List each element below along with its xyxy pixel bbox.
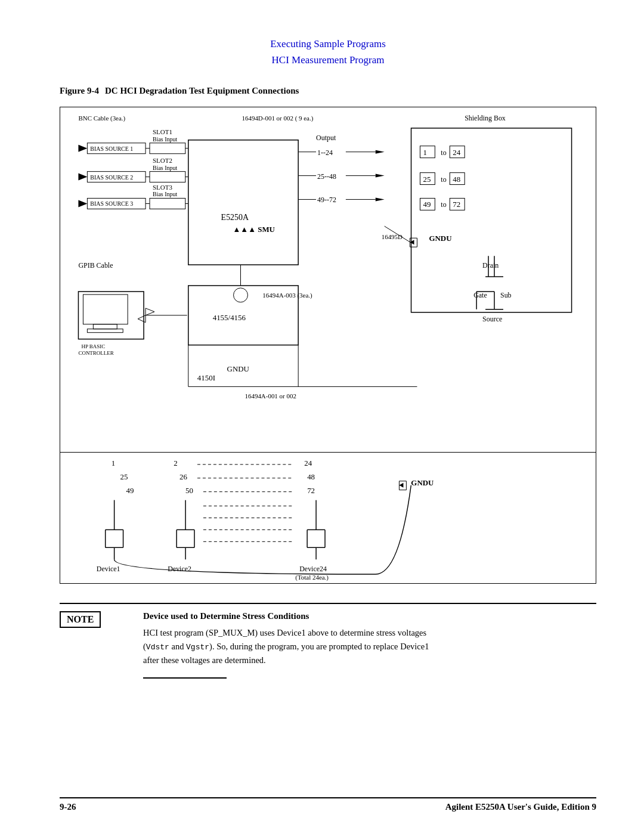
hp-basic-label1: HP BASIC xyxy=(81,343,105,349)
note-code-vgstr: Vgstr xyxy=(186,643,209,652)
output-range1: 1--24 xyxy=(317,148,333,157)
bias-source2-arrow xyxy=(78,174,87,181)
cable-model-label: 16494D-001 or 002 ( 9 ea.) xyxy=(242,114,314,122)
shield-range1-num2: 24 xyxy=(453,148,460,157)
shield-range3-num1: 49 xyxy=(423,200,431,209)
gndu-panel-label: GNDU xyxy=(411,478,434,487)
instrument-4150i-label: 4150I xyxy=(197,374,215,383)
ch-num-1: 1 xyxy=(112,459,115,467)
note-content: Device used to Determine Stress Conditio… xyxy=(143,604,596,679)
bias-source3-arrow xyxy=(78,200,87,208)
cable-16495d-label: 16495D xyxy=(382,234,402,241)
shielding-box-label: Shielding Box xyxy=(465,114,506,122)
ch-num-48: 48 xyxy=(307,472,315,481)
slot2-label: SLOT2 xyxy=(153,157,172,164)
cable-16494a-label: 16494A-001 or 002 xyxy=(244,393,296,400)
drain-label: Drain xyxy=(482,261,499,270)
svg-rect-36 xyxy=(83,295,128,324)
slot3-bias-label: Bias Input xyxy=(153,191,177,198)
note-title: Device used to Determine Stress Conditio… xyxy=(143,611,596,621)
svg-marker-47 xyxy=(399,483,403,488)
ch-num-50: 50 xyxy=(185,486,193,495)
page-footer: 9-26 Agilent E5250A User's Guide, Editio… xyxy=(60,797,596,812)
ch-num-26: 26 xyxy=(179,472,187,481)
main-diagram: BNC Cable (3ea.) SLOT1 Bias Input SLOT2 … xyxy=(60,107,596,453)
svg-rect-35 xyxy=(78,292,144,339)
figure-title: Figure 9-4 DC HCI Degradation Test Equip… xyxy=(60,86,596,96)
gate-label: Gate xyxy=(473,291,487,299)
device24-total-label: (Total 24ea.) xyxy=(295,574,329,581)
bias-source1-label: BIAS SOURCE 1 xyxy=(90,145,133,152)
ch-num-49: 49 xyxy=(126,486,134,495)
device2-label: Device2 xyxy=(168,565,191,573)
svg-rect-1 xyxy=(150,172,185,182)
svg-rect-0 xyxy=(150,143,185,154)
note-code-vdstr: Vdstr xyxy=(146,643,169,652)
hp-basic-label2: CONTROLLER xyxy=(78,350,113,356)
gpib-arrow-left xyxy=(138,315,145,323)
e5250a-label: E5250A xyxy=(221,213,249,222)
footer-document-title: Agilent E5250A User's Guide, Edition 9 xyxy=(445,802,596,812)
note-text: HCI test program (SP_MUX_M) uses Device1… xyxy=(143,626,596,667)
footer-page-number: 9-26 xyxy=(60,802,76,812)
link-hci-measurement[interactable]: HCI Measurement Program xyxy=(60,52,596,68)
note-text1: HCI test program (SP_MUX_M) uses Device1… xyxy=(143,628,426,637)
bias-source1-arrow xyxy=(78,145,87,152)
link-executing-sample[interactable]: Executing Sample Programs xyxy=(60,36,596,52)
slot1-bias-label: Bias Input xyxy=(153,136,177,143)
svg-rect-38 xyxy=(87,329,123,333)
smu-label: ▲▲▲ SMU xyxy=(233,225,275,234)
svg-rect-2 xyxy=(150,199,185,209)
shield-range1-to: to xyxy=(441,148,446,157)
note-label: NOTE xyxy=(60,611,101,628)
note-text3: after these voltages are determined. xyxy=(143,655,266,665)
ch-num-24: 24 xyxy=(304,459,312,467)
svg-rect-9 xyxy=(188,140,298,265)
output-range3: 49--72 xyxy=(317,196,336,205)
ch-num-72: 72 xyxy=(307,486,315,495)
slot3-label: SLOT3 xyxy=(153,184,172,191)
note-bottom-line xyxy=(143,677,227,679)
instrument-4155-label: 4155/4156 xyxy=(213,313,246,322)
svg-rect-20 xyxy=(420,146,435,158)
cable-16494a003-label: 16494A-003 (3ea.) xyxy=(262,292,312,299)
device1-label: Device1 xyxy=(97,565,120,573)
bias-source3-label: BIAS SOURCE 3 xyxy=(90,201,133,208)
svg-rect-37 xyxy=(93,324,117,329)
bnc-cable-label: BNC Cable (3ea.) xyxy=(78,114,125,122)
shield-range2-to: to xyxy=(441,175,446,184)
slot2-bias-label: Bias Input xyxy=(153,165,177,171)
page: Executing Sample Programs HCI Measuremen… xyxy=(0,0,644,833)
bias-source2-label: BIAS SOURCE 2 xyxy=(90,174,133,181)
gndu-shield-label: GNDU xyxy=(429,234,452,243)
gpib-cable-label: GPIB Cable xyxy=(78,261,113,270)
arrow-output2 xyxy=(376,174,385,178)
shield-range2-num1: 25 xyxy=(423,175,431,184)
slot1-label: SLOT1 xyxy=(153,128,172,135)
output-range2: 25--48 xyxy=(317,172,336,181)
gndu-bottom-label: GNDU xyxy=(227,365,250,374)
ch-num-2: 2 xyxy=(174,459,177,467)
shield-range1-num1: 1 xyxy=(423,148,426,157)
arrow-output3 xyxy=(376,198,385,202)
note-section: NOTE Device used to Determine Stress Con… xyxy=(60,603,596,679)
output-label: Output xyxy=(316,134,336,142)
ch-num-25: 25 xyxy=(120,472,128,481)
svg-point-41 xyxy=(234,288,248,302)
source-label: Source xyxy=(482,315,502,323)
device24-label: Device24 xyxy=(299,565,327,573)
figure-label: Figure 9-4 xyxy=(60,86,99,96)
shield-range2-num2: 48 xyxy=(453,175,460,184)
gpib-arrow-right xyxy=(145,308,154,315)
arrow-output1 xyxy=(376,150,385,154)
shield-range3-num2: 72 xyxy=(453,200,460,209)
header-links: Executing Sample Programs HCI Measuremen… xyxy=(60,36,596,68)
sub-label: Sub xyxy=(500,291,512,299)
device-panel: 1 2 24 25 26 48 49 50 72 GNDU xyxy=(60,453,596,584)
note-label-col: NOTE xyxy=(60,604,125,679)
shield-range3-to: to xyxy=(441,201,446,209)
figure-caption: DC HCI Degradation Test Equipment Connec… xyxy=(105,86,299,96)
